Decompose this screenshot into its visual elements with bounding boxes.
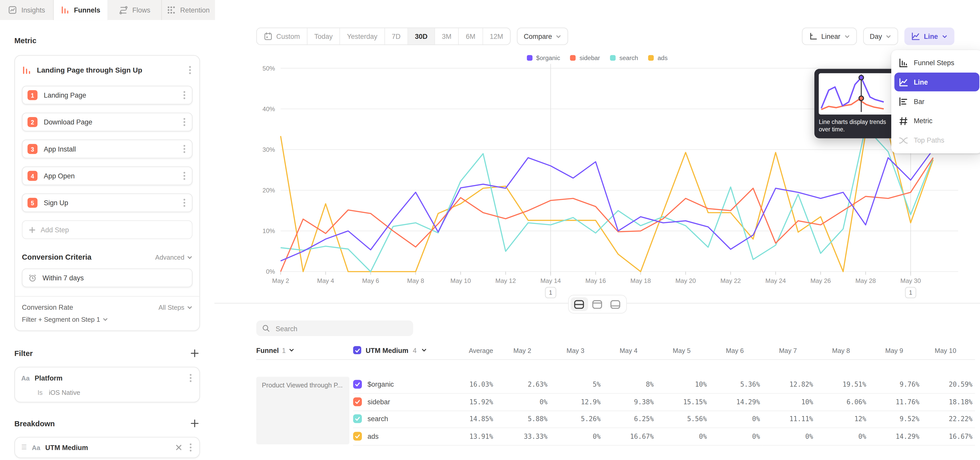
- column-header-may-5[interactable]: May 5: [656, 342, 709, 359]
- legend-item-organic[interactable]: $organic: [527, 54, 560, 61]
- tab-funnels[interactable]: Funnels: [54, 0, 108, 20]
- range-3m[interactable]: 3M: [435, 28, 459, 45]
- value-cell: 12%: [816, 410, 869, 428]
- metric-card: Landing Page through Sign Up 1Landing Pa…: [14, 55, 200, 331]
- table-view-button[interactable]: [607, 297, 624, 311]
- menu-item-metric[interactable]: Metric: [894, 112, 979, 130]
- funnel-step-app-install[interactable]: 3App Install: [22, 139, 192, 158]
- tab-flows[interactable]: Flows: [108, 0, 162, 20]
- scale-dropdown-button[interactable]: Linear: [802, 27, 856, 45]
- range-30d[interactable]: 30D: [408, 28, 435, 45]
- filter-card-platform[interactable]: Aa Platform Is iOS Native: [14, 367, 200, 402]
- tab-label: Insights: [21, 6, 45, 14]
- range-custom[interactable]: Custom: [257, 28, 307, 45]
- range-label: 3M: [442, 32, 452, 40]
- tab-retention[interactable]: Retention: [162, 0, 215, 20]
- metric-section-title: Metric: [14, 36, 37, 45]
- legend-label: ads: [657, 54, 667, 61]
- column-header-may-3[interactable]: May 3: [550, 342, 603, 359]
- menu-item-funnel-steps[interactable]: Funnel Steps: [894, 53, 979, 72]
- x-axis-label: May 4: [317, 277, 334, 284]
- filter-value[interactable]: iOS Native: [49, 389, 80, 396]
- all-steps-dropdown[interactable]: All Steps: [159, 303, 192, 311]
- metric-kebab-icon[interactable]: [188, 64, 192, 76]
- column-header-may-6[interactable]: May 6: [710, 342, 762, 359]
- drag-handle-icon[interactable]: ☰: [21, 444, 27, 450]
- value-cell: 12.9%: [550, 393, 603, 411]
- legend-item-sidebar[interactable]: sidebar: [570, 54, 600, 61]
- x-axis-label: May 30: [900, 277, 921, 284]
- add-step-button[interactable]: Add Step: [22, 220, 192, 239]
- funnel-step-landing-page[interactable]: 1Landing Page: [22, 86, 192, 104]
- menu-item-bar[interactable]: Bar: [894, 92, 979, 111]
- range-yesterday[interactable]: Yesterday: [340, 28, 385, 45]
- range-6m[interactable]: 6M: [459, 28, 483, 45]
- column-header-average[interactable]: Average: [438, 342, 497, 359]
- series-line-sidebar: [281, 158, 933, 272]
- step-number-badge: 3: [27, 144, 38, 154]
- range-12m[interactable]: 12M: [483, 28, 510, 45]
- tab-insights[interactable]: Insights: [0, 0, 54, 20]
- kebab-icon[interactable]: [182, 117, 187, 128]
- all-steps-label: All Steps: [159, 303, 184, 311]
- filter-operator[interactable]: Is: [38, 389, 43, 396]
- add-step-label: Add Step: [41, 226, 69, 233]
- breakdown-kebab-icon[interactable]: [188, 442, 193, 453]
- conversion-window-button[interactable]: Within 7 days: [22, 268, 192, 287]
- remove-breakdown-icon[interactable]: [174, 443, 183, 452]
- series-checkbox[interactable]: [353, 415, 362, 423]
- column-header-may-7[interactable]: May 7: [762, 342, 816, 359]
- column-header-may-4[interactable]: May 4: [603, 342, 656, 359]
- range-7d[interactable]: 7D: [385, 28, 408, 45]
- table-row-sidebar[interactable]: sidebar: [353, 393, 438, 411]
- annotation-badge[interactable]: 1: [905, 287, 916, 298]
- y-axis-label: 40%: [262, 105, 275, 112]
- advanced-dropdown[interactable]: Advanced: [155, 254, 192, 261]
- legend-item-search[interactable]: search: [610, 54, 638, 61]
- series-checkbox[interactable]: [353, 380, 362, 389]
- table-row-organic[interactable]: $organic: [353, 376, 438, 394]
- split-view-button[interactable]: [570, 297, 588, 311]
- chevron-down-icon: [103, 316, 108, 322]
- table-row-search[interactable]: search: [353, 410, 438, 428]
- column-header-may-8[interactable]: May 8: [816, 342, 869, 359]
- breakdown-card-utm-medium[interactable]: ☰ Aa UTM Medium: [14, 437, 200, 458]
- chart-view-button[interactable]: [589, 297, 606, 311]
- series-checkbox[interactable]: [353, 397, 362, 406]
- table-row-ads[interactable]: ads: [353, 428, 438, 446]
- funnel-column-header[interactable]: Funnel1: [256, 342, 353, 359]
- filter-segment-step1-dropdown[interactable]: Filter + Segment on Step 1: [22, 315, 192, 323]
- kebab-icon[interactable]: [182, 197, 187, 208]
- compare-button[interactable]: Compare: [517, 27, 568, 45]
- value-cell: 6.06%: [816, 393, 869, 411]
- filter-kebab-icon[interactable]: [188, 372, 193, 383]
- funnel-step-app-open[interactable]: 4App Open: [22, 166, 192, 185]
- column-header-may-10[interactable]: May 10: [922, 342, 975, 359]
- value-cell: 18.18%: [922, 393, 975, 411]
- range-today[interactable]: Today: [307, 28, 340, 45]
- column-header-may-2[interactable]: May 2: [497, 342, 550, 359]
- legend-item-ads[interactable]: ads: [648, 54, 668, 61]
- funnel-step-sign-up[interactable]: 5Sign Up: [22, 193, 192, 212]
- series-checkbox[interactable]: [353, 432, 362, 440]
- chart-type-dropdown-button[interactable]: Line: [904, 27, 954, 45]
- column-header-may-9[interactable]: May 9: [869, 342, 922, 359]
- breakdown-section-title: Breakdown: [14, 419, 55, 428]
- search-input[interactable]: [274, 324, 407, 332]
- interval-dropdown-button[interactable]: Day: [863, 27, 898, 45]
- annotation-badge[interactable]: 1: [546, 287, 556, 298]
- x-axis-label: May 12: [495, 277, 516, 284]
- add-breakdown-button[interactable]: [189, 418, 200, 429]
- select-all-checkbox[interactable]: [353, 346, 361, 355]
- row-group-cell[interactable]: Product Viewed through P...: [256, 377, 349, 444]
- funnel-step-download-page[interactable]: 2Download Page: [22, 113, 192, 131]
- breakdown-column-header[interactable]: UTM Medium4: [353, 342, 438, 359]
- kebab-icon[interactable]: [182, 143, 187, 155]
- series-line-organic: [281, 150, 933, 261]
- kebab-icon[interactable]: [182, 89, 187, 101]
- kebab-icon[interactable]: [182, 170, 187, 181]
- menu-item-line[interactable]: Line: [894, 73, 979, 91]
- y-axis-label: 0%: [266, 268, 275, 275]
- funnel-count: 1: [282, 347, 286, 354]
- add-filter-button[interactable]: [189, 348, 200, 359]
